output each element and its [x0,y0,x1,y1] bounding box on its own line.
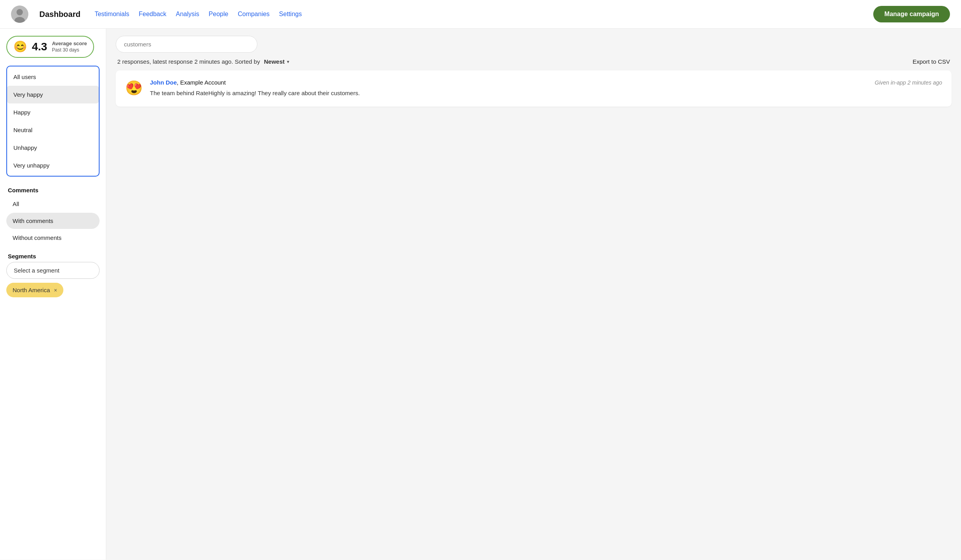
nav-testimonials[interactable]: Testimonials [94,11,129,18]
filter-unhappy[interactable]: Unhappy [7,139,99,157]
manage-campaign-button[interactable]: Manage campaign [873,6,950,22]
score-label-line2: Past 30 days [52,47,87,53]
nav-analysis[interactable]: Analysis [176,11,200,18]
chevron-down-icon: ▾ [287,59,289,64]
score-label: Average score Past 30 days [52,41,87,53]
nav-feedback[interactable]: Feedback [139,11,166,18]
segment-tag-close[interactable]: × [54,287,57,293]
page-title: Dashboard [39,10,80,19]
comment-filter-all[interactable]: All [6,196,100,212]
comments-section-label: Comments [6,184,100,196]
main-nav: Testimonials Feedback Analysis People Co… [94,6,950,22]
response-time: Given in-app 2 minutes ago [875,79,942,86]
segment-tag-north-america[interactable]: North America × [6,283,63,297]
score-number: 4.3 [32,41,47,53]
comments-section: Comments All With comments Without comme… [6,184,100,246]
response-emoji: 😍 [125,80,143,96]
response-user-link[interactable]: John Doe [150,79,177,86]
score-emoji: 😊 [13,41,27,52]
nav-settings[interactable]: Settings [279,11,302,18]
segment-tag-label: North America [13,287,50,293]
comment-filter-without[interactable]: Without comments [6,230,100,246]
sort-label: Newest [264,58,285,65]
score-label-line1: Average score [52,41,87,47]
filter-happy[interactable]: Happy [7,103,99,121]
nav-people[interactable]: People [209,11,228,18]
filter-all-users[interactable]: All users [7,68,99,86]
score-badge: 😊 4.3 Average score Past 30 days [6,36,94,58]
filter-very-unhappy[interactable]: Very unhappy [7,157,99,174]
main-layout: 😊 4.3 Average score Past 30 days All use… [0,29,961,560]
response-info[interactable]: 2 responses, latest response 2 minutes a… [117,58,289,65]
export-csv-button[interactable]: Export to CSV [913,58,950,65]
response-text: The team behind RateHighly is amazing! T… [150,89,942,98]
filter-very-happy[interactable]: Very happy [7,86,99,103]
header: Dashboard Testimonials Feedback Analysis… [0,0,961,29]
response-body: John Doe, Example Account Given in-app 2… [150,79,942,98]
response-count-text: 2 responses, latest response 2 minutes a… [117,58,260,65]
filter-neutral[interactable]: Neutral [7,121,99,139]
avatar [11,6,28,23]
segments-section-label: Segments [6,250,100,262]
segment-select-button[interactable]: Select a segment [6,262,100,279]
response-bar: 2 responses, latest response 2 minutes a… [116,58,952,65]
rating-filter-group: All users Very happy Happy Neutral Unhap… [6,66,100,177]
nav-companies[interactable]: Companies [238,11,270,18]
search-input[interactable] [116,36,257,53]
svg-point-1 [17,9,23,15]
response-header: John Doe, Example Account Given in-app 2… [150,79,942,86]
segments-section: Segments Select a segment North America … [6,250,100,297]
sidebar: 😊 4.3 Average score Past 30 days All use… [0,29,106,560]
response-user: John Doe, Example Account [150,79,226,86]
response-account: , Example Account [177,79,225,86]
content-area: 2 responses, latest response 2 minutes a… [106,29,961,560]
response-card: 😍 John Doe, Example Account Given in-app… [116,70,952,107]
comment-filter-with[interactable]: With comments [6,213,100,229]
